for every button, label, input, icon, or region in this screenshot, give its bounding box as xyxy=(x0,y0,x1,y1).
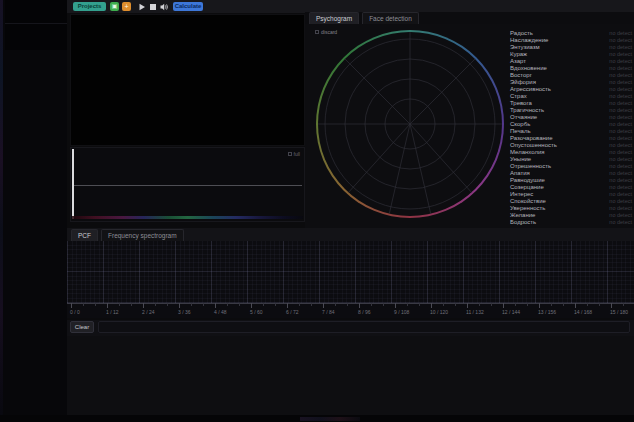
axis-minor-tick xyxy=(191,303,192,306)
full-checkbox[interactable] xyxy=(288,152,292,156)
tab-frequency-spectrogram[interactable]: Frequency spectrogram xyxy=(101,229,184,241)
axis-tick xyxy=(431,303,432,308)
play-button[interactable] xyxy=(137,2,146,11)
psychogram-chart: discard Радостьno detectНаслаждениеno de… xyxy=(305,24,634,228)
emotion-label: Бодрость xyxy=(510,219,536,225)
emotion-label: Вдохновение xyxy=(510,65,547,71)
emotion-label: Эйфория xyxy=(510,79,536,85)
emotion-label: Страх xyxy=(510,93,527,99)
emotion-value: no detect xyxy=(609,170,632,176)
projects-button[interactable]: Projects xyxy=(73,2,106,11)
discard-checkbox[interactable] xyxy=(315,30,319,34)
axis-tick xyxy=(575,303,576,308)
spectrogram-panel: 0 / 01 / 122 / 243 / 364 / 485 / 606 / 7… xyxy=(67,241,634,318)
emotion-row: Уныниеno detect xyxy=(510,155,632,162)
emotion-label: Равнодушие xyxy=(510,177,545,183)
calculate-button[interactable]: Calculate xyxy=(173,2,203,11)
axis-tick-label: 9 / 108 xyxy=(394,309,409,315)
emotion-row: Азартno detect xyxy=(510,57,632,64)
axis-tick xyxy=(503,303,504,308)
emotion-value: no detect xyxy=(609,163,632,169)
emotion-label: Созерцание xyxy=(510,184,544,190)
spectrogram-grid xyxy=(67,241,634,303)
emotion-row: Уверенностьno detect xyxy=(510,204,632,211)
emotion-row: Эйфорияno detect xyxy=(510,78,632,85)
sidebar-top-panel xyxy=(5,0,67,50)
emotion-value: no detect xyxy=(609,100,632,106)
axis-tick xyxy=(323,303,324,308)
emotion-label: Радость xyxy=(510,30,533,36)
axis-minor-tick xyxy=(419,303,420,306)
axis-minor-tick xyxy=(311,303,312,306)
emotion-row: Опустошенностьno detect xyxy=(510,141,632,148)
bottom-tabs: PCF Frequency spectrogram xyxy=(67,228,634,241)
emotion-row: Отчаяниеno detect xyxy=(510,113,632,120)
axis-minor-tick xyxy=(551,303,552,306)
playhead[interactable] xyxy=(72,149,74,219)
axis-tick xyxy=(107,303,108,308)
emotion-label: Наслаждение xyxy=(510,37,548,43)
emotion-row: Отрешенностьno detect xyxy=(510,162,632,169)
analysis-panel: Psychogram Face detection xyxy=(305,12,634,228)
full-toggle[interactable]: full xyxy=(288,151,300,157)
emotion-value: no detect xyxy=(609,205,632,211)
emotion-row: Наслаждениеno detect xyxy=(510,36,632,43)
emotion-label: Азарт xyxy=(510,58,526,64)
emotion-value: no detect xyxy=(609,93,632,99)
axis-tick-label: 2 / 24 xyxy=(142,309,155,315)
emotion-row: Энтузиазмno detect xyxy=(510,43,632,50)
axis-minor-tick xyxy=(347,303,348,306)
axis-minor-tick xyxy=(227,303,228,306)
emotion-row: Страхno detect xyxy=(510,92,632,99)
tab-psychogram[interactable]: Psychogram xyxy=(309,12,359,24)
axis-tick-label: 13 / 156 xyxy=(538,309,556,315)
waveform-zero-line xyxy=(74,185,302,186)
axis-tick-label: 15 / 180 xyxy=(610,309,628,315)
axis-tick xyxy=(611,303,612,308)
emotion-value: no detect xyxy=(609,191,632,197)
emotion-value: no detect xyxy=(609,198,632,204)
emotion-value: no detect xyxy=(609,86,632,92)
tab-face-detection[interactable]: Face detection xyxy=(362,12,419,24)
clear-row: Clear xyxy=(67,320,634,336)
empty-area xyxy=(67,336,634,415)
axis-minor-tick xyxy=(119,303,120,306)
taskbar-icons xyxy=(300,417,360,421)
emotion-value: no detect xyxy=(609,72,632,78)
axis-tick xyxy=(71,303,72,308)
waveform-panel[interactable]: full xyxy=(70,147,305,222)
stop-icon xyxy=(149,3,157,11)
sidebar-edge-strip xyxy=(0,0,3,415)
discard-toggle[interactable]: discard xyxy=(315,29,337,35)
axis-tick-label: 6 / 72 xyxy=(286,309,299,315)
folder-import-icon[interactable]: ▣ xyxy=(110,2,119,11)
analysis-tabs: Psychogram Face detection xyxy=(309,12,419,24)
emotion-row: Радостьno detect xyxy=(510,29,632,36)
psychogram-grid xyxy=(316,30,504,218)
emotion-list: Радостьno detectНаслаждениеno detectЭнту… xyxy=(510,29,632,225)
axis-minor-tick xyxy=(275,303,276,306)
axis-tick xyxy=(359,303,360,308)
log-field[interactable] xyxy=(98,321,630,333)
axis-minor-tick xyxy=(623,303,624,306)
emotion-value: no detect xyxy=(609,177,632,183)
emotion-row: Апатияno detect xyxy=(510,169,632,176)
emotion-row: Тревогаno detect xyxy=(510,99,632,106)
axis-minor-tick xyxy=(131,303,132,306)
tab-pcf[interactable]: PCF xyxy=(71,229,98,241)
stop-button[interactable] xyxy=(148,2,157,11)
left-sidebar xyxy=(0,0,67,415)
axis-tick xyxy=(179,303,180,308)
axis-minor-tick xyxy=(443,303,444,306)
emotion-row: Куражno detect xyxy=(510,50,632,57)
axis-minor-tick xyxy=(599,303,600,306)
clear-button[interactable]: Clear xyxy=(70,321,94,333)
axis-tick-label: 8 / 96 xyxy=(358,309,371,315)
emotion-row: Созерцаниеno detect xyxy=(510,183,632,190)
audio-button[interactable] xyxy=(160,2,169,11)
emotion-label: Спокойствие xyxy=(510,198,546,204)
axis-minor-tick xyxy=(95,303,96,306)
emotion-row: Желаниеno detect xyxy=(510,211,632,218)
emotion-row: Восторгno detect xyxy=(510,71,632,78)
plus-icon[interactable]: + xyxy=(122,2,131,11)
